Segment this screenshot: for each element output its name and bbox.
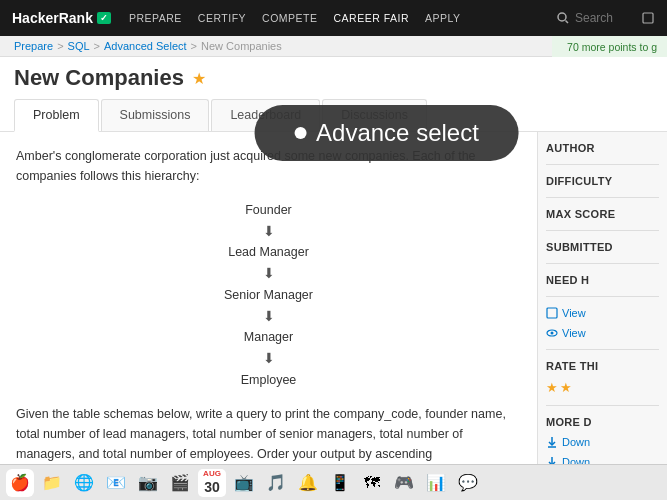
hierarchy-lead-manager: Lead Manager [16, 242, 521, 262]
author-label: Author [546, 142, 659, 154]
notification-icon[interactable]: 🔔 [294, 469, 322, 497]
logo[interactable]: HackerRank ✓ [12, 10, 111, 26]
music-icon[interactable]: 🎵 [262, 469, 290, 497]
logo-badge: ✓ [97, 12, 111, 24]
view-editorial-link[interactable]: View [546, 307, 659, 319]
page-title: New Companies [14, 65, 184, 91]
view-solution-link[interactable]: View [546, 327, 659, 339]
calendar-day: 30 [204, 479, 220, 496]
submitted-label: Submitted [546, 241, 659, 253]
breadcrumb-advanced-select[interactable]: Advanced Select [104, 40, 187, 52]
camera-icon[interactable]: 📷 [134, 469, 162, 497]
calendar-icon[interactable]: AUG 30 [198, 469, 226, 497]
game-icon[interactable]: 🎮 [390, 469, 418, 497]
hierarchy-founder: Founder [16, 200, 521, 220]
svg-rect-3 [547, 308, 557, 318]
nav-certify[interactable]: CERTIFY [198, 12, 246, 24]
tab-submissions[interactable]: Submissions [101, 99, 210, 131]
breadcrumb-current: New Companies [201, 40, 282, 52]
logo-text: HackerRank [12, 10, 93, 26]
book-icon [546, 307, 558, 319]
nav-search [557, 11, 655, 25]
nav-items: PREPARE CERTIFY COMPETE CAREER FAIR APPL… [129, 12, 461, 24]
hierarchy-diagram: Founder ⬇ Lead Manager ⬇ Senior Manager … [16, 200, 521, 390]
nav-career-fair[interactable]: CAREER FAIR [334, 12, 410, 24]
svg-point-5 [551, 332, 554, 335]
video-icon[interactable]: 🎬 [166, 469, 194, 497]
star2[interactable]: ★ [560, 380, 572, 395]
tab-problem[interactable]: Problem [14, 99, 99, 132]
more-label: MORE D [546, 416, 659, 428]
excel-icon[interactable]: 📊 [422, 469, 450, 497]
rate-label: RATE THI [546, 360, 659, 372]
page-header: New Companies ★ Advance select Problem S… [0, 57, 667, 132]
download1-label: Down [562, 436, 590, 448]
title-row: New Companies ★ [14, 65, 653, 91]
finder-icon[interactable]: 📁 [38, 469, 66, 497]
tv-icon[interactable]: 📺 [230, 469, 258, 497]
apple-icon[interactable]: 🍎 [6, 469, 34, 497]
hierarchy-manager: Manager [16, 327, 521, 347]
svg-line-1 [566, 21, 569, 24]
view-editorial-label: View [562, 307, 586, 319]
view-solution-label: View [562, 327, 586, 339]
max-score-label: Max Score [546, 208, 659, 220]
top-nav: HackerRank ✓ PREPARE CERTIFY COMPETE CAR… [0, 0, 667, 36]
chat-icon[interactable]: 💬 [454, 469, 482, 497]
advance-select-overlay: Advance select [254, 105, 519, 161]
nav-apply[interactable]: APPLY [425, 12, 461, 24]
svg-point-0 [558, 13, 566, 21]
maps-icon[interactable]: 🗺 [358, 469, 386, 497]
search-input[interactable] [575, 11, 635, 25]
download1-icon [546, 436, 558, 448]
breadcrumb-sql[interactable]: SQL [68, 40, 90, 52]
edit-icon [641, 11, 655, 25]
browser-icon[interactable]: 🌐 [70, 469, 98, 497]
phone-icon[interactable]: 📱 [326, 469, 354, 497]
svg-rect-2 [643, 13, 653, 23]
nav-compete[interactable]: COMPETE [262, 12, 317, 24]
star-icon[interactable]: ★ [192, 69, 206, 88]
mail-icon[interactable]: 📧 [102, 469, 130, 497]
nav-prepare[interactable]: PREPARE [129, 12, 182, 24]
taskbar: 🍎 📁 🌐 📧 📷 🎬 AUG 30 📺 🎵 🔔 📱 🗺 🎮 📊 💬 [0, 464, 667, 500]
content-area: Amber's conglomerate corporation just ac… [0, 132, 667, 480]
difficulty-label: Difficulty [546, 175, 659, 187]
star-rating[interactable]: ★ ★ [546, 380, 659, 395]
download1-link[interactable]: Down [546, 436, 659, 448]
hierarchy-employee: Employee [16, 370, 521, 390]
overlay-dot [294, 127, 306, 139]
overlay-text: Advance select [316, 119, 479, 147]
eye-icon [546, 327, 558, 339]
search-icon [557, 12, 569, 24]
breadcrumb-prepare[interactable]: Prepare [14, 40, 53, 52]
hierarchy-senior-manager: Senior Manager [16, 285, 521, 305]
main-content: Amber's conglomerate corporation just ac… [0, 132, 537, 480]
points-line1: 70 more points to g [562, 40, 657, 56]
right-sidebar: Author Difficulty Max Score Submitted NE… [537, 132, 667, 480]
star1[interactable]: ★ [546, 380, 558, 395]
need-help-label: NEED H [546, 274, 659, 286]
calendar-month: AUG [203, 469, 221, 479]
